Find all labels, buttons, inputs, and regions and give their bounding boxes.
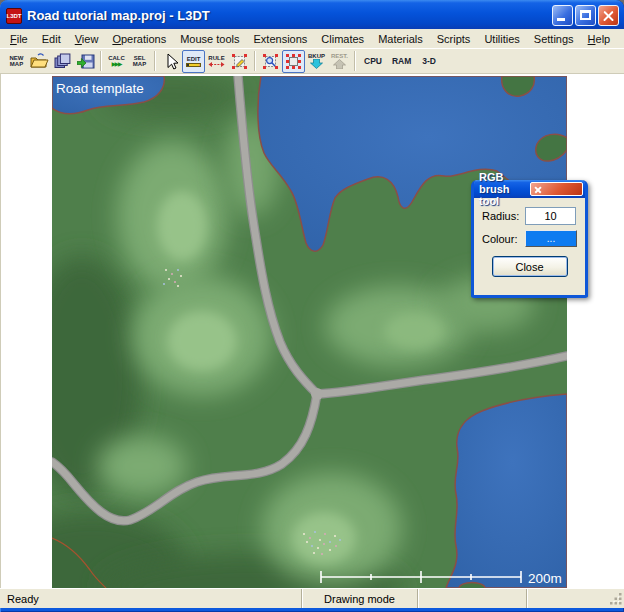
status-panel-empty bbox=[417, 589, 526, 608]
selection-box-magnifier-icon bbox=[262, 53, 279, 70]
menu-operations[interactable]: Operations bbox=[105, 31, 173, 47]
open-folder-icon bbox=[30, 53, 49, 69]
app-window: L3DT Road tutorial map.proj - L3DT File … bbox=[0, 0, 624, 612]
pointer-tool-button[interactable] bbox=[159, 50, 182, 73]
toolbar-separator bbox=[354, 51, 356, 71]
maximize-icon bbox=[580, 10, 591, 20]
select-zoom-tool-button[interactable] bbox=[259, 50, 282, 73]
toolbar: NEW MAP CAL bbox=[0, 48, 624, 74]
rgb-brush-dialog: RGB brush tool Radius: Colour: ... Close bbox=[471, 180, 588, 298]
map-canvas-area: Road template 200m RGB brush tool Radius… bbox=[0, 74, 624, 588]
cursor-arrow-icon bbox=[163, 53, 179, 70]
import-floppy-green-arrow-icon bbox=[77, 54, 95, 69]
import-map-button[interactable] bbox=[74, 50, 97, 73]
minimize-icon bbox=[557, 18, 565, 21]
cpu-button[interactable]: CPU bbox=[359, 50, 387, 73]
dialog-body: Radius: Colour: ... Close bbox=[474, 198, 585, 277]
close-icon bbox=[599, 6, 618, 25]
status-text: Ready bbox=[7, 593, 39, 605]
sel-map-button[interactable]: SEL MAP bbox=[128, 50, 151, 73]
menu-extensions[interactable]: Extensions bbox=[247, 31, 315, 47]
menu-edit[interactable]: Edit bbox=[35, 31, 68, 47]
title-bar[interactable]: L3DT Road tutorial map.proj - L3DT bbox=[0, 0, 624, 29]
app-icon-text: L3DT bbox=[7, 13, 22, 19]
menu-bar: File Edit View Operations Mouse tools Ex… bbox=[0, 29, 624, 48]
menu-file[interactable]: File bbox=[3, 31, 35, 47]
maximize-button[interactable] bbox=[575, 5, 596, 26]
restore-button[interactable]: REST. bbox=[328, 50, 351, 73]
gray-up-arrow-icon bbox=[333, 59, 346, 69]
new-map-button[interactable]: NEW MAP bbox=[5, 50, 28, 73]
island-bottom bbox=[459, 583, 485, 589]
status-bar: Ready Drawing mode bbox=[0, 588, 624, 608]
menu-utilities[interactable]: Utilities bbox=[477, 31, 526, 47]
menu-help[interactable]: Help bbox=[581, 31, 618, 47]
close-button[interactable] bbox=[598, 5, 619, 26]
colour-label: Colour: bbox=[482, 233, 525, 245]
backup-button[interactable]: BKUP bbox=[305, 50, 328, 73]
selection-box-pencil-icon bbox=[231, 53, 248, 70]
resize-grip[interactable] bbox=[610, 593, 623, 606]
minimize-button[interactable] bbox=[552, 5, 573, 26]
show-maps-button[interactable] bbox=[51, 50, 74, 73]
lake-bottom-right bbox=[446, 394, 567, 588]
app-icon[interactable]: L3DT bbox=[6, 8, 22, 24]
menu-materials[interactable]: Materials bbox=[371, 31, 430, 47]
window-title: Road tutorial map.proj - L3DT bbox=[27, 8, 552, 23]
mode-text: Drawing mode bbox=[324, 593, 395, 605]
terrain-map[interactable]: Road template 200m bbox=[52, 76, 567, 588]
selection-box-handles-icon bbox=[285, 53, 302, 70]
toolbar-separator bbox=[154, 51, 156, 71]
menu-settings[interactable]: Settings bbox=[527, 31, 581, 47]
radius-input[interactable] bbox=[525, 207, 576, 225]
dialog-close-button[interactable] bbox=[530, 182, 583, 196]
calc-button[interactable]: CALC ▶▶▶ bbox=[105, 50, 128, 73]
colour-picker-button[interactable]: ... bbox=[525, 230, 577, 247]
select-draw-tool-button[interactable] bbox=[228, 50, 251, 73]
edit-tool-button[interactable]: EDIT bbox=[182, 50, 205, 73]
cyan-down-arrow-icon bbox=[310, 59, 323, 69]
dialog-title-bar[interactable]: RGB brush tool bbox=[474, 180, 585, 198]
map-title: Road template bbox=[56, 81, 144, 96]
window-controls bbox=[552, 5, 619, 26]
yellow-pencil-icon bbox=[186, 63, 201, 67]
3d-view-button[interactable]: 3-D bbox=[416, 50, 442, 73]
toolbar-separator bbox=[100, 51, 102, 71]
calc-arrows-icon: ▶▶▶ bbox=[112, 61, 122, 67]
menu-mouse-tools[interactable]: Mouse tools bbox=[173, 31, 246, 47]
menu-view[interactable]: View bbox=[68, 31, 106, 47]
ram-button[interactable]: RAM bbox=[387, 50, 416, 73]
status-panel-mode: Drawing mode bbox=[301, 589, 417, 608]
status-panel-corner bbox=[526, 589, 624, 608]
road-junction bbox=[311, 388, 323, 400]
stacked-maps-icon bbox=[54, 53, 71, 69]
scale-label: 200m bbox=[528, 571, 562, 586]
dialog-close-action-button[interactable]: Close bbox=[492, 256, 568, 277]
radius-label: Radius: bbox=[482, 210, 525, 222]
rule-tool-button[interactable]: RULE bbox=[205, 50, 228, 73]
status-panel-main: Ready bbox=[0, 589, 301, 608]
menu-climates[interactable]: Climates bbox=[314, 31, 371, 47]
red-dashed-arrow-icon bbox=[208, 61, 225, 68]
menu-scripts[interactable]: Scripts bbox=[430, 31, 478, 47]
open-project-button[interactable] bbox=[28, 50, 51, 73]
toolbar-separator bbox=[254, 51, 256, 71]
select-box-tool-button[interactable] bbox=[282, 50, 305, 73]
dialog-title: RGB brush tool bbox=[479, 171, 530, 207]
